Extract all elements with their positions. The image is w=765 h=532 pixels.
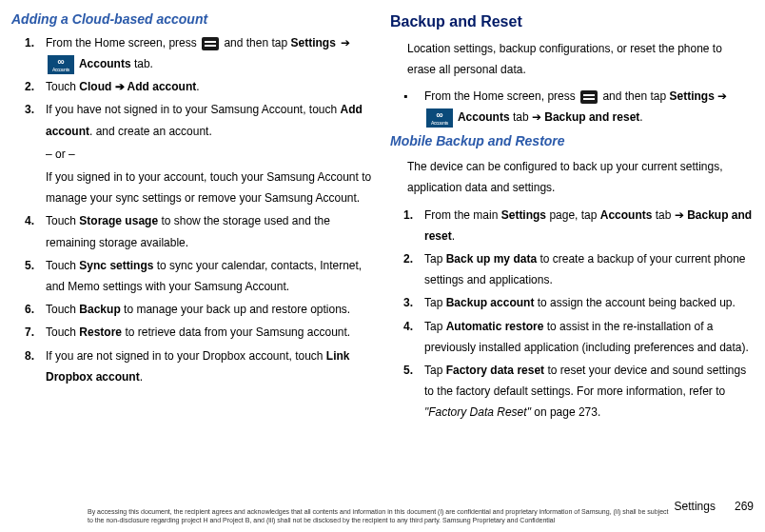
step-3-or: – or – [11,144,375,165]
accounts-icon [48,55,74,74]
accounts-icon [426,108,453,128]
left-column: Adding a Cloud-based account 1. From the… [11,8,375,494]
heading-backup-reset: Backup and Reset [390,8,754,36]
step-3-alt: If you signed in to your account, touch … [11,167,375,208]
bullet-from-home: ▪ From the Home screen, press and then t… [390,86,754,128]
m-step-3: 3. Tap Backup account to assign the acco… [390,292,754,313]
step-7: 7. Touch Restore to retrieve data from y… [11,322,375,343]
m-step-2: 2. Tap Back up my data to create a backu… [390,248,754,290]
step-5: 5. Touch Sync settings to sync your cale… [11,255,375,297]
step-1: 1. From the Home screen, press and then … [11,32,375,74]
step-4: 4. Touch Storage usage to show the stora… [11,210,375,252]
m-step-4: 4. Tap Automatic restore to assist in th… [390,316,754,358]
right-column: Backup and Reset Location settings, back… [390,8,754,494]
menu-key-icon [202,37,219,50]
heading-mobile-backup: Mobile Backup and Restore [390,129,754,154]
heading-cloud-account: Adding a Cloud-based account [11,8,375,32]
m-step-5: 5. Tap Factory data reset to reset your … [390,360,754,424]
page-number: Settings 269 [675,500,754,524]
menu-key-icon [580,90,598,104]
step-8: 8. If you are not signed in to your Drop… [11,345,375,387]
step-3: 3. If you have not signed in to your Sam… [11,99,375,141]
step-6: 6. Touch Backup to manage your back up a… [11,299,375,320]
legal-text: By accessing this document, the recipien… [11,508,675,524]
m-step-1: 1. From the main Settings page, tap Acco… [390,205,754,246]
backup-intro: Location settings, backup configurations… [390,38,754,80]
page-footer: By accessing this document, the recipien… [11,500,754,524]
mobile-intro: The device can be configured to back up … [390,156,754,198]
step-2: 2. Touch Cloud ➔ Add account. [11,76,375,97]
